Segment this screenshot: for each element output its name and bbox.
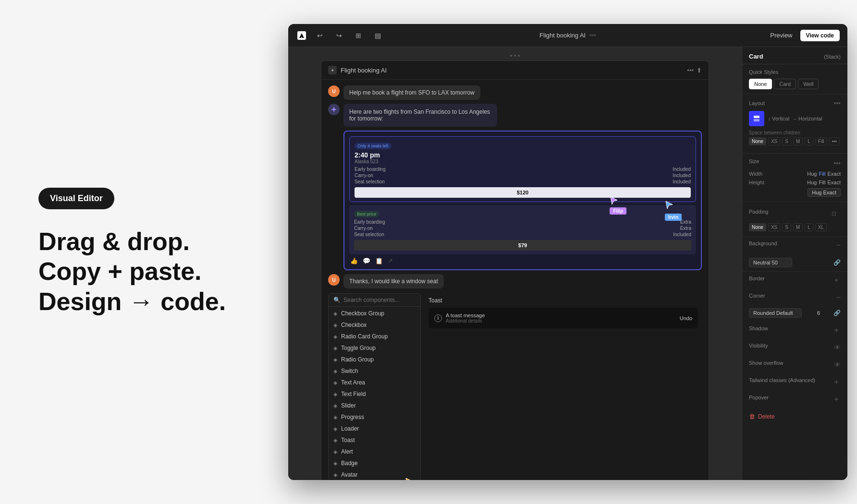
spacing-fill[interactable]: Fill [815, 137, 827, 145]
layout-section: Layout ••• ↕ Vertical [742, 95, 847, 154]
comp-radio-group[interactable]: ◈ Radio Group [329, 354, 420, 365]
visibility-icon[interactable]: 👁 [834, 344, 841, 351]
comp-alert[interactable]: ◈ Alert [329, 446, 420, 457]
border-add-btn[interactable]: + [832, 276, 841, 285]
comp-label: Toast [341, 437, 355, 444]
spacing-more[interactable]: ••• [829, 137, 840, 145]
tailwind-section: Tailwind classes (Advanced) + [742, 373, 847, 391]
height-values: Hug Fill Exact [807, 180, 841, 185]
undo-btn[interactable]: ↩ [313, 29, 327, 42]
top-bar-center: Flight booking AI ••• [539, 32, 596, 39]
overflow-icon[interactable]: 👁 [834, 361, 841, 369]
pad-l[interactable]: L [805, 223, 813, 231]
flight-card-2: Best price Early boarding Extra Carry-on… [349, 205, 696, 254]
comp-toast[interactable]: ◈ Toast [329, 434, 420, 446]
shadow-header: Shadow + [742, 322, 847, 339]
flight1-price-btn[interactable]: $120 [355, 187, 691, 198]
comp-textarea[interactable]: ◈ Text Area [329, 377, 420, 388]
spacing-none[interactable]: None [749, 137, 766, 145]
more-icon[interactable]: ••• [589, 32, 596, 39]
shadow-add-btn[interactable]: + [832, 326, 841, 335]
height-hug[interactable]: Hug [807, 180, 817, 185]
pad-s[interactable]: S [782, 223, 791, 231]
pad-xl[interactable]: XL [815, 223, 827, 231]
comp-progress[interactable]: ◈ Progress [329, 411, 420, 423]
reaction-heart[interactable]: 💬 [363, 257, 370, 264]
corner-minus-btn[interactable]: − [836, 293, 841, 302]
size-more-btn[interactable]: ••• [833, 159, 841, 167]
corner-link-icon[interactable]: 🔗 [833, 310, 841, 316]
f2-boarding-label: Early boarding [354, 219, 385, 225]
toast-undo-btn[interactable]: Undo [680, 315, 692, 321]
padding-expand-btn[interactable]: ⊡ [827, 207, 841, 220]
bg-link-icon[interactable]: 🔗 [833, 259, 841, 266]
delete-btn[interactable]: 🗑 Delete [742, 408, 847, 425]
width-hug[interactable]: Hug [807, 171, 817, 177]
export-icon[interactable]: ⬆ [697, 67, 702, 74]
f2-carry-label: Carry-on [354, 226, 373, 231]
spacing-m[interactable]: M [793, 137, 803, 145]
hero-line3: Design → code. [38, 287, 240, 316]
reaction-share[interactable]: ↗ [388, 257, 393, 264]
pad-none[interactable]: None [749, 223, 766, 231]
comp-badge[interactable]: ◈ Badge [329, 457, 420, 469]
flight1-row2: Carry-on Included [355, 173, 691, 178]
style-well-btn[interactable]: Well [798, 79, 819, 89]
width-exact[interactable]: Exact [827, 171, 841, 177]
visual-editor-badge: Visual Editor [38, 188, 114, 209]
comp-loader[interactable]: ◈ Loader [329, 423, 420, 434]
view-code-btn[interactable]: View code [800, 30, 840, 41]
spacing-s[interactable]: S [782, 137, 791, 145]
grid-btn[interactable]: ⊞ [352, 29, 365, 42]
bg-input[interactable] [749, 258, 792, 267]
comp-label: Alert [341, 448, 353, 455]
corner-input[interactable] [749, 308, 802, 318]
width-fill[interactable]: Fill [819, 171, 825, 177]
comp-toggle-group[interactable]: ◈ Toggle Group [329, 342, 420, 354]
reaction-copy[interactable]: 📋 [375, 257, 383, 264]
search-input[interactable] [343, 297, 416, 303]
popover-add-btn[interactable]: + [832, 395, 841, 404]
style-card-btn[interactable]: Card [774, 79, 796, 89]
style-none-btn[interactable]: None [749, 79, 772, 89]
comp-checkbox-group[interactable]: ◈ Checkbox Group [329, 308, 420, 319]
comp-switch[interactable]: ◈ Switch [329, 365, 420, 377]
reaction-thumb[interactable]: 👍 [350, 257, 358, 264]
tailwind-add-btn[interactable]: + [832, 378, 841, 386]
flight2-price-btn[interactable]: $79 [354, 240, 691, 251]
redo-btn[interactable]: ↪ [332, 29, 346, 42]
comp-icon: ◈ [333, 345, 337, 351]
bg-minus-btn[interactable]: − [836, 241, 841, 250]
layout-icon [749, 111, 764, 126]
comp-icon: ◈ [333, 414, 337, 420]
menu-dots[interactable]: ••• [687, 67, 694, 74]
comp-checkbox[interactable]: ◈ Checkbox [329, 319, 420, 331]
spacing-l[interactable]: L [805, 137, 813, 145]
layout-more-btn[interactable]: ••• [833, 99, 841, 107]
preview-btn[interactable]: Preview [766, 30, 796, 41]
layout-btn[interactable]: ▤ [371, 29, 384, 42]
vertical-btn[interactable]: ↕ Vertical [768, 116, 789, 121]
pad-m[interactable]: M [793, 223, 803, 231]
comp-slider[interactable]: ◈ Slider [329, 400, 420, 411]
pad-xs[interactable]: XS [768, 223, 780, 231]
comp-radio-card-group[interactable]: ◈ Radio Card Group [329, 331, 420, 342]
panel-subtitle: (Stack) [824, 54, 841, 60]
flight1-time: 2:40 pm [355, 151, 691, 159]
visibility-header: Visibility 👁 [742, 339, 847, 356]
size-label: Size [749, 158, 759, 164]
horizontal-btn[interactable]: → Horizontal [792, 116, 822, 121]
comp-textfield[interactable]: ◈ Text Field [329, 388, 420, 400]
f2-seat-val: Included [673, 232, 691, 237]
tailwind-label: Tailwind classes (Advanced) [749, 377, 815, 383]
spacing-xs[interactable]: XS [768, 137, 780, 145]
visibility-section: Visibility 👁 [742, 339, 847, 356]
height-fill[interactable]: Fill [819, 180, 825, 185]
comp-label: Checkbox Group [341, 310, 384, 317]
comp-icon: ◈ [333, 357, 337, 363]
logo-icon[interactable] [296, 30, 307, 41]
layout-row: ↕ Vertical → Horizontal [749, 111, 841, 126]
height-exact[interactable]: Exact [827, 180, 841, 185]
panel-title: Card [749, 53, 763, 60]
adam-cursor: Adam [405, 477, 436, 480]
